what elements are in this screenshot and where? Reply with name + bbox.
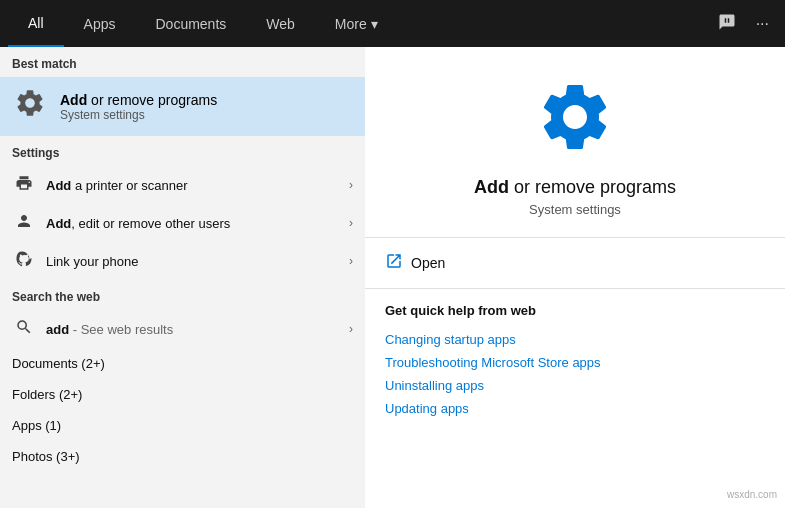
- right-title-rest: or remove programs: [509, 177, 676, 197]
- help-link-uninstall[interactable]: Uninstalling apps: [385, 374, 765, 397]
- chevron-right-icon-2: ›: [349, 216, 353, 230]
- category-documents[interactable]: Documents (2+): [0, 348, 365, 379]
- tab-more[interactable]: More ▾: [315, 0, 398, 47]
- feedback-icon[interactable]: [714, 9, 740, 39]
- best-match-text: Add or remove programs System settings: [60, 92, 217, 122]
- tab-all[interactable]: All: [8, 0, 64, 47]
- open-label: Open: [411, 255, 445, 271]
- phone-icon: [12, 250, 36, 272]
- help-link-update[interactable]: Updating apps: [385, 397, 765, 420]
- right-title: Add or remove programs: [474, 177, 676, 198]
- settings-item-users[interactable]: Add, edit or remove other users ›: [0, 204, 365, 242]
- right-subtitle: System settings: [529, 202, 621, 217]
- open-button[interactable]: Open: [365, 238, 785, 289]
- search-icon: [12, 318, 36, 340]
- top-bar: All Apps Documents Web More ▾ ···: [0, 0, 785, 47]
- tab-apps[interactable]: Apps: [64, 0, 136, 47]
- right-panel: Add or remove programs System settings O…: [365, 47, 785, 508]
- help-title: Get quick help from web: [385, 303, 765, 318]
- best-match-subtitle: System settings: [60, 108, 217, 122]
- right-top: Add or remove programs System settings: [365, 47, 785, 238]
- chevron-right-icon-3: ›: [349, 254, 353, 268]
- more-options-icon[interactable]: ···: [752, 11, 773, 37]
- users-icon: [12, 212, 36, 234]
- category-folders[interactable]: Folders (2+): [0, 379, 365, 410]
- top-bar-actions: ···: [714, 9, 773, 39]
- settings-item-phone[interactable]: Link your phone ›: [0, 242, 365, 280]
- right-title-bold: Add: [474, 177, 509, 197]
- settings-item-phone-text: Link your phone: [46, 254, 339, 269]
- web-item-text: add - See web results: [46, 322, 339, 337]
- gear-icon: [12, 87, 48, 126]
- settings-item-printer-text: Add a printer or scanner: [46, 178, 339, 193]
- watermark: wsxdn.com: [727, 489, 777, 500]
- category-apps[interactable]: Apps (1): [0, 410, 365, 441]
- web-search-item[interactable]: add - See web results ›: [0, 310, 365, 348]
- main-layout: Best match Add or remove programs System…: [0, 47, 785, 508]
- best-match-title-bold: Add: [60, 92, 87, 108]
- best-match-item[interactable]: Add or remove programs System settings: [0, 77, 365, 136]
- web-search-label: Search the web: [0, 280, 365, 310]
- tab-documents[interactable]: Documents: [135, 0, 246, 47]
- tab-web[interactable]: Web: [246, 0, 315, 47]
- settings-item-users-text: Add, edit or remove other users: [46, 216, 339, 231]
- help-link-startup[interactable]: Changing startup apps: [385, 328, 765, 351]
- best-match-title-rest: or remove programs: [87, 92, 217, 108]
- chevron-right-icon: ›: [349, 178, 353, 192]
- nav-tabs: All Apps Documents Web More ▾: [8, 0, 714, 47]
- category-photos[interactable]: Photos (3+): [0, 441, 365, 472]
- open-icon: [385, 252, 403, 274]
- printer-icon: [12, 174, 36, 196]
- help-section: Get quick help from web Changing startup…: [365, 289, 785, 434]
- chevron-down-icon: ▾: [371, 16, 378, 32]
- settings-item-printer[interactable]: Add a printer or scanner ›: [0, 166, 365, 204]
- app-gear-icon: [535, 77, 615, 161]
- settings-label: Settings: [0, 136, 365, 166]
- left-panel: Best match Add or remove programs System…: [0, 47, 365, 508]
- best-match-label: Best match: [0, 47, 365, 77]
- chevron-right-icon-4: ›: [349, 322, 353, 336]
- help-link-troubleshoot[interactable]: Troubleshooting Microsoft Store apps: [385, 351, 765, 374]
